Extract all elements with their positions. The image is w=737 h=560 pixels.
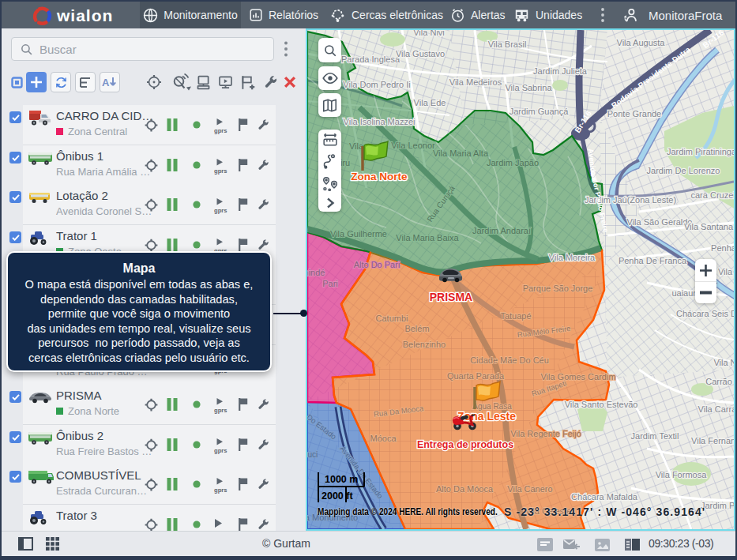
svg-text:Catumbi: Catumbi: [376, 314, 408, 323]
svg-text:Vila Maria Baixa: Vila Maria Baixa: [396, 233, 459, 242]
svg-text:Jardim Piratininga: Jardim Piratininga: [667, 147, 734, 156]
svg-text:1000 m: 1000 m: [325, 474, 358, 485]
svg-text:buci: buci: [307, 450, 318, 459]
svg-text:Vila Regente Feijó: Vila Regente Feijó: [510, 429, 581, 438]
svg-text:Chácara Seis De Out: Chácara Seis De Out: [676, 309, 734, 318]
svg-text:Parada Inglesa: Parada Inglesa: [341, 54, 400, 64]
svg-text:Vila Brasil: Vila Brasil: [488, 39, 527, 49]
svg-text:Zona Norte: Zona Norte: [351, 171, 408, 182]
svg-text:Vila Nivi: Vila Nivi: [413, 30, 445, 37]
svg-text:Quarta Parada: Quarta Parada: [447, 371, 505, 381]
svg-text:gprs: gprs: [214, 127, 227, 134]
svg-text:Vila Ede: Vila Ede: [414, 98, 446, 107]
svg-text:Penha De Franca: Penha De Franca: [619, 256, 687, 265]
svg-text:Vila Formosa: Vila Formosa: [656, 470, 707, 479]
svg-text:Ponte Grande: Ponte Grande: [607, 109, 662, 118]
svg-text:Penha: Penha: [711, 243, 734, 253]
svg-text:cara Cruzeiro D: cara Cruzeiro D: [690, 190, 734, 200]
svg-text:nindé: nindé: [307, 268, 325, 277]
svg-text:Vila Maria Alta: Vila Maria Alta: [433, 148, 489, 158]
svg-text:gprs: gprs: [214, 487, 227, 494]
svg-text:Vila Gomes Cardim: Vila Gomes Cardim: [540, 372, 615, 381]
svg-text:gprs: gprs: [214, 167, 227, 175]
svg-text:Vila São Geraldo: Vila São Geraldo: [627, 217, 693, 227]
svg-text:Jardim Guançá: Jardim Guançá: [510, 107, 569, 116]
svg-text:Vila Leonor: Vila Leonor: [391, 141, 435, 150]
svg-text:Jardim Julieta: Jardim Julieta: [533, 66, 588, 76]
svg-text:Vila Sabrina: Vila Sabrina: [505, 83, 552, 92]
svg-text:Vila Moreira: Vila Moreira: [549, 253, 596, 262]
svg-text:Pari: Pari: [322, 279, 338, 288]
svg-text:gprs: gprs: [214, 447, 227, 454]
svg-text:2000 ft: 2000 ft: [321, 490, 353, 502]
svg-text:Vila Gustavo: Vila Gustavo: [396, 49, 445, 58]
svg-text:Chácara Mafalda: Chácara Mafalda: [571, 492, 638, 502]
svg-text:Vila Dom Pedro Ii: Vila Dom Pedro Ii: [343, 80, 410, 89]
svg-text:Tatuapé: Tatuapé: [500, 311, 531, 321]
svg-text:Jardim Japão: Jardim Japão: [487, 158, 539, 167]
svg-text:Vila Canero: Vila Canero: [507, 484, 552, 494]
svg-text:Vila Isolina Mazzei: Vila Isolina Mazzei: [344, 117, 416, 126]
svg-text:Vila Santo Estevão: Vila Santo Estevão: [565, 400, 638, 409]
svg-text:PRISMA: PRISMA: [430, 291, 472, 303]
svg-text:Alto Da Móoca: Alto Da Móoca: [436, 484, 494, 494]
svg-text:Jardim Andaraí: Jardim Andaraí: [472, 226, 531, 235]
svg-text:Vila N: Vila N: [713, 358, 734, 367]
svg-text:Parque São Jorge: Parque São Jorge: [523, 284, 593, 293]
svg-text:Entrega de produtos: Entrega de produtos: [417, 439, 513, 450]
svg-text:Belenzinho: Belenzinho: [403, 340, 446, 349]
svg-text:Belém: Belém: [404, 324, 429, 333]
svg-text:Jardim De Lorenzo: Jardim De Lorenzo: [647, 166, 720, 175]
svg-text:gprs: gprs: [214, 207, 227, 214]
svg-text:Vila Santana: Vila Santana: [684, 222, 734, 231]
svg-text:gprs: gprs: [214, 407, 227, 414]
svg-text:Vila Medeiros: Vila Medeiros: [449, 77, 502, 87]
svg-text:Vila Fernandes: Vila Fernandes: [691, 436, 734, 445]
svg-text:Carrão: Carrão: [705, 377, 732, 386]
svg-text:Alto Do Pari: Alto Do Pari: [354, 260, 400, 269]
svg-text:Vila: Vila: [718, 267, 733, 276]
svg-text:Vila Guilherme: Vila Guilherme: [330, 229, 387, 239]
svg-text:Vila Augusta: Vila Augusta: [617, 38, 666, 47]
svg-text:A: A: [102, 77, 110, 88]
svg-text:Móoca: Móoca: [370, 434, 397, 443]
svg-text:Cidade Mãe Do Céu: Cidade Mãe Do Céu: [470, 355, 549, 365]
svg-text:Jardim Textil: Jardim Textil: [631, 431, 679, 441]
svg-text:Vila Carrao: Vila Carrao: [698, 404, 734, 414]
